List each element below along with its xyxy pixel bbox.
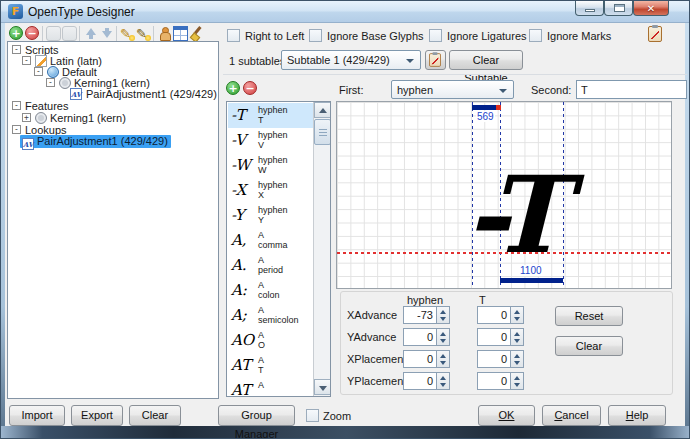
edit-script-properties-button[interactable] (120, 26, 135, 41)
title-bar[interactable]: F OpenType Designer ✕ (1, 1, 690, 23)
glyph-groups-button[interactable] (157, 26, 172, 41)
yplacement-first-field[interactable]: 0 (403, 372, 437, 390)
clear-subtable-button[interactable]: Clear Subtable (449, 50, 523, 70)
pair-list-item[interactable]: -V hyphen V (228, 128, 313, 153)
pair-list-scrollbar[interactable] (313, 102, 330, 396)
export-button[interactable]: Export (71, 405, 123, 426)
yplacement-second-field[interactable]: 0 (477, 372, 511, 390)
remove-pair-button[interactable] (243, 81, 257, 97)
tree-expander[interactable]: + (22, 113, 31, 122)
spin-up-icon[interactable] (514, 354, 520, 358)
right-to-left-checkbox[interactable] (227, 29, 240, 42)
pair-glyph-preview: AO (231, 330, 254, 351)
spin-down-icon[interactable] (514, 361, 520, 365)
spin-up-icon[interactable] (440, 376, 446, 380)
tree-expander[interactable]: - (12, 101, 21, 110)
spin-down-icon[interactable] (440, 317, 446, 321)
import-button[interactable]: Import (9, 405, 65, 426)
lookup-table-button[interactable] (173, 26, 188, 41)
xadvance-first-field[interactable]: -73 (403, 306, 437, 324)
spin-down-icon[interactable] (440, 383, 446, 387)
duplicate-item-button[interactable] (62, 26, 77, 41)
spin-up-icon[interactable] (514, 310, 520, 314)
pair-second-name: colon (258, 290, 280, 300)
spin-up-icon[interactable] (514, 332, 520, 336)
yplacement-first-spinner[interactable] (437, 372, 450, 390)
pair-list-item[interactable]: -X hyphen X (228, 178, 313, 203)
spin-down-icon[interactable] (514, 383, 520, 387)
clipboard-notes-icon[interactable] (648, 26, 662, 42)
move-down-button[interactable] (99, 26, 114, 41)
clear-adjustment-button[interactable]: Clear (555, 336, 623, 356)
ignore-marks-checkbox[interactable] (529, 29, 542, 42)
subtable-dropdown[interactable]: Subtable 1 (429/429) (281, 50, 421, 70)
pair-list-item[interactable]: -T hyphen T (228, 103, 313, 128)
pair-list-item[interactable]: -Y hyphen Y (228, 203, 313, 228)
ignore-base-glyphs-checkbox[interactable] (309, 29, 322, 42)
tree-expander[interactable]: - (12, 45, 21, 54)
spin-up-icon[interactable] (440, 354, 446, 358)
yplacement-second-spinner[interactable] (511, 372, 524, 390)
subtable-properties-button[interactable] (425, 50, 446, 70)
cleanup-button[interactable] (189, 26, 204, 41)
pair-list-item[interactable]: A, A comma (228, 228, 313, 253)
scroll-up-button[interactable] (314, 102, 331, 118)
spin-up-icon[interactable] (440, 310, 446, 314)
first-advance-bar[interactable] (472, 105, 501, 110)
spin-down-icon[interactable] (440, 361, 446, 365)
advance-handle[interactable] (496, 105, 501, 110)
maximize-button[interactable] (604, 1, 633, 16)
yadvance-second-spinner[interactable] (511, 328, 524, 346)
scrollbar-thumb[interactable] (314, 119, 331, 145)
add-item-button[interactable] (9, 26, 24, 41)
tree-expander[interactable]: - (46, 78, 55, 87)
arrow-down-icon (102, 31, 112, 38)
pair-list-item[interactable]: AT A T (228, 353, 313, 378)
kerning-preview-canvas[interactable]: 569 -T 1100 (336, 101, 672, 289)
tree-expander[interactable]: - (34, 67, 43, 76)
spin-down-icon[interactable] (440, 339, 446, 343)
move-up-button[interactable] (83, 26, 98, 41)
remove-item-button[interactable] (25, 26, 40, 41)
reset-button[interactable]: Reset (555, 306, 623, 326)
xadvance-second-field[interactable]: 0 (477, 306, 511, 324)
xadvance-first-spinner[interactable] (437, 306, 450, 324)
yadvance-first-field[interactable]: 0 (403, 328, 437, 346)
second-glyph-input[interactable]: T (576, 80, 687, 99)
zoom-checkbox[interactable] (306, 409, 319, 422)
xplacement-second-field[interactable]: 0 (477, 350, 511, 368)
tree-expander[interactable]: - (12, 125, 21, 134)
pair-list-item[interactable]: -W hyphen W (228, 153, 313, 178)
ok-button[interactable]: OK (478, 405, 535, 426)
spin-down-icon[interactable] (514, 339, 520, 343)
tree-expander[interactable]: - (22, 56, 31, 65)
minimize-button[interactable] (575, 1, 604, 16)
cancel-button[interactable]: Cancel (542, 405, 601, 426)
spin-up-icon[interactable] (440, 332, 446, 336)
rename-item-button[interactable] (46, 26, 61, 41)
pair-list-item[interactable]: AO A O (228, 328, 313, 353)
second-advance-bar[interactable] (500, 278, 563, 283)
spin-down-icon[interactable] (514, 317, 520, 321)
close-button[interactable]: ✕ (633, 1, 669, 16)
yadvance-first-spinner[interactable] (437, 328, 450, 346)
clear-button[interactable]: Clear (129, 405, 181, 426)
ignore-ligatures-checkbox[interactable] (429, 29, 442, 42)
xplacement-second-spinner[interactable] (511, 350, 524, 368)
pair-list-item[interactable]: A: A colon (228, 278, 313, 303)
yadvance-second-field[interactable]: 0 (477, 328, 511, 346)
edit-lookup-properties-button[interactable] (136, 26, 151, 41)
xplacement-first-field[interactable]: 0 (403, 350, 437, 368)
pair-list-item[interactable]: AT A (228, 378, 313, 397)
xadvance-second-spinner[interactable] (511, 306, 524, 324)
guide-line-right[interactable] (563, 102, 564, 288)
pair-list-item[interactable]: A; A semicolon (228, 303, 313, 328)
first-glyph-dropdown[interactable]: hyphen (391, 80, 514, 99)
pair-list-item[interactable]: A. A period (228, 253, 313, 278)
group-manager-button[interactable]: Group Manager (218, 405, 295, 426)
xplacement-first-spinner[interactable] (437, 350, 450, 368)
spin-up-icon[interactable] (514, 376, 520, 380)
scroll-down-button[interactable] (314, 379, 331, 395)
add-pair-button[interactable] (226, 81, 240, 97)
help-button[interactable]: Help (608, 405, 666, 426)
